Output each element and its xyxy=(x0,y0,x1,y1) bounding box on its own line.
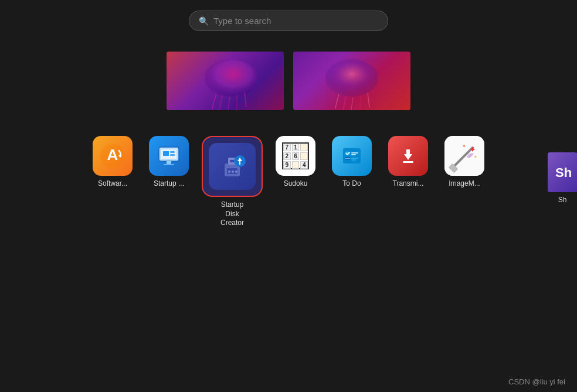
svg-rect-8 xyxy=(164,164,174,165)
svg-text:A: A xyxy=(107,146,118,163)
svg-rect-10 xyxy=(170,151,175,153)
svg-point-1 xyxy=(325,59,378,97)
svg-point-18 xyxy=(228,171,230,173)
svg-rect-7 xyxy=(167,161,171,164)
app-item-sudoku[interactable]: 7 1 2 6 9 4 Sudoku xyxy=(272,136,319,189)
svg-rect-23 xyxy=(351,152,358,154)
sudoku-grid: 7 1 2 6 9 4 xyxy=(282,142,309,169)
thumbnail-2[interactable] xyxy=(293,52,410,110)
todo-icon xyxy=(332,136,372,176)
svg-rect-24 xyxy=(351,154,356,155)
app-item-partial[interactable]: Sh Sh xyxy=(548,152,577,204)
app-item-transmission[interactable]: Transmi... xyxy=(385,136,432,189)
software-updater-label: Softwar... xyxy=(98,179,127,189)
search-icon: 🔍 xyxy=(199,16,209,26)
startup-disk-creator-icon xyxy=(209,143,256,190)
sudoku-cell xyxy=(292,161,300,169)
svg-marker-29 xyxy=(404,149,412,160)
svg-text:✦: ✦ xyxy=(474,155,477,159)
svg-point-20 xyxy=(235,171,237,173)
thumbnails-row xyxy=(167,52,410,110)
svg-rect-15 xyxy=(230,160,235,162)
svg-point-19 xyxy=(232,171,234,173)
sudoku-cell xyxy=(300,152,308,160)
watermark: CSDN @liu yi fei xyxy=(508,377,565,386)
app-item-startup-disk-creator[interactable]: Startup Disk Creator xyxy=(202,136,263,228)
startup-disk-creator-selected-border xyxy=(202,136,263,197)
app-item-imagemagick[interactable]: ✦ ✦ ✦ ImageM... xyxy=(441,136,488,189)
svg-text:✦: ✦ xyxy=(462,144,466,149)
svg-rect-11 xyxy=(170,154,175,156)
app-item-software-updater[interactable]: A Softwar... xyxy=(89,136,136,189)
svg-text:✦: ✦ xyxy=(469,145,476,154)
search-bar: 🔍 xyxy=(189,11,388,31)
thumbnail-1[interactable] xyxy=(167,52,284,110)
sudoku-cell xyxy=(300,144,308,151)
svg-rect-21 xyxy=(343,148,361,163)
app-item-startup-app[interactable]: Startup ... xyxy=(145,136,192,189)
svg-rect-30 xyxy=(403,161,413,163)
svg-point-0 xyxy=(205,59,257,97)
sudoku-label: Sudoku xyxy=(284,179,308,189)
imagemagick-icon: ✦ ✦ ✦ xyxy=(444,136,484,176)
sudoku-cell: 7 xyxy=(283,144,291,151)
partial-app-label: Sh xyxy=(558,196,567,204)
sudoku-cell: 2 xyxy=(283,152,291,160)
transmission-icon xyxy=(388,136,428,176)
startup-app-label: Startup ... xyxy=(154,179,184,189)
svg-text:Sh: Sh xyxy=(555,165,572,180)
transmission-label: Transmi... xyxy=(393,179,424,189)
sudoku-cell: 1 xyxy=(292,144,300,151)
sudoku-cell: 9 xyxy=(283,161,291,169)
software-updater-icon: A xyxy=(93,136,133,176)
startup-disk-creator-label: Startup Disk Creator xyxy=(220,200,244,228)
imagemagick-label: ImageM... xyxy=(449,179,480,189)
startup-app-icon xyxy=(149,136,189,176)
svg-rect-9 xyxy=(163,151,169,156)
search-input[interactable] xyxy=(213,16,378,26)
svg-rect-28 xyxy=(351,159,356,161)
sudoku-icon: 7 1 2 6 9 4 xyxy=(276,136,315,176)
sudoku-cell: 6 xyxy=(292,152,300,160)
todo-label: To Do xyxy=(342,179,361,189)
svg-rect-27 xyxy=(351,158,358,159)
search-container: 🔍 xyxy=(189,11,388,31)
app-item-todo[interactable]: To Do xyxy=(328,136,375,189)
partial-app-icon: Sh xyxy=(548,152,577,192)
sudoku-cell: 4 xyxy=(300,161,308,169)
